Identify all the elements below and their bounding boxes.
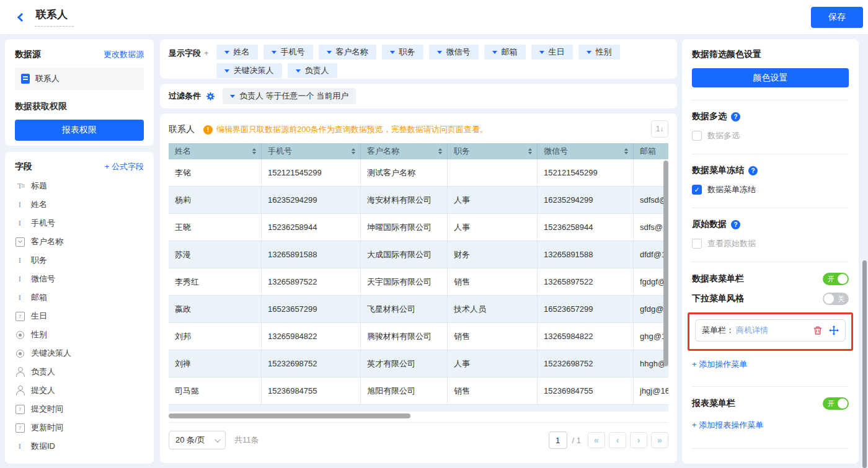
display-fields-label-text: 显示字段 — [169, 48, 201, 58]
cell-name: 苏漫 — [169, 241, 262, 268]
cell-name: 刘邦 — [169, 323, 262, 350]
help-icon[interactable]: ? — [731, 220, 740, 229]
column-label: 微信号 — [544, 146, 568, 157]
field-item[interactable]: 邮箱 — [15, 288, 144, 307]
table-vertical-scrollbar[interactable] — [663, 161, 668, 366]
cell-name: 王晓 — [169, 214, 262, 241]
sort-arrows-icon[interactable] — [438, 148, 442, 154]
cell-job: 人事 — [448, 350, 538, 377]
report-menu-toggle[interactable]: 开 — [823, 397, 849, 410]
column-header[interactable]: 邮箱 — [634, 143, 668, 159]
cell-customer: 大成国际有限公司 — [361, 241, 448, 268]
field-item[interactable]: 手机号 — [15, 214, 144, 232]
field-item[interactable]: 更新时间 — [15, 418, 144, 437]
add-action-menu-link[interactable]: + 添加操作菜单 — [692, 359, 747, 370]
page-vertical-scrollbar[interactable] — [862, 260, 867, 468]
display-field-chip[interactable]: 生日 — [531, 45, 573, 60]
field-item[interactable]: 姓名 — [15, 195, 144, 214]
divider — [692, 386, 849, 387]
menu-item-row[interactable]: 菜单栏： 商机详情 — [695, 319, 846, 342]
cell-phone: 152121545299 — [262, 159, 361, 186]
page-number-input[interactable]: 1 — [549, 431, 567, 449]
field-label: 标题 — [31, 180, 47, 192]
multi-select-checkbox[interactable] — [692, 131, 702, 141]
move-icon[interactable] — [829, 325, 839, 335]
sort-arrows-icon[interactable] — [352, 148, 355, 154]
next-page-button[interactable]: › — [630, 432, 647, 448]
table-row: 刘禅 15232698752 英才有限公司 人事 15232698752 hhg… — [169, 350, 668, 377]
field-item[interactable]: 微信号 — [15, 270, 144, 288]
column-header[interactable]: 手机号 — [262, 143, 361, 159]
caret-down-icon — [327, 51, 332, 54]
display-field-chip[interactable]: 性别 — [578, 45, 620, 60]
cell-customer: 旭阳有限公司 — [361, 377, 448, 404]
display-field-chip[interactable]: 负责人 — [288, 63, 337, 78]
raw-data-title: 原始数据 — [692, 219, 727, 230]
prev-page-button[interactable]: ‹ — [609, 432, 626, 448]
user-icon — [15, 367, 25, 377]
report-permission-button[interactable]: 报表权限 — [15, 120, 144, 141]
column-header[interactable]: 客户名称 — [361, 143, 448, 159]
filter-label: 过滤条件 — [169, 91, 201, 102]
raw-data-checkbox[interactable] — [692, 239, 702, 249]
field-label: 性别 — [31, 329, 47, 340]
field-item[interactable]: 关键决策人 — [15, 344, 144, 363]
dropdown-style-toggle[interactable]: 关 — [823, 293, 849, 305]
display-field-chip[interactable]: 职务 — [382, 45, 423, 60]
add-display-field-button[interactable]: + — [204, 48, 209, 58]
field-item[interactable]: 标题 — [15, 177, 144, 195]
table-menu-toggle[interactable]: 开 — [823, 273, 849, 285]
field-item[interactable]: 提交人 — [15, 381, 144, 400]
change-datasource-link[interactable]: 更改数据源 — [104, 49, 144, 60]
dropdown-style-label: 下拉菜单风格 — [692, 293, 744, 304]
menu-freeze-checkbox[interactable]: ✓ — [692, 185, 702, 195]
last-page-button[interactable]: » — [651, 432, 668, 448]
menu-item-value-input[interactable]: 商机详情 — [736, 325, 813, 336]
display-field-chip[interactable]: 邮箱 — [484, 45, 526, 60]
help-icon[interactable]: ? — [731, 112, 740, 121]
sort-arrows-icon[interactable] — [624, 148, 628, 154]
table-menu-title: 数据表菜单栏 — [692, 273, 744, 285]
color-settings-button[interactable]: 颜色设置 — [692, 68, 849, 87]
toggle-on-label: 开 — [828, 399, 835, 408]
table-horizontal-scrollbar[interactable] — [169, 413, 410, 418]
add-formula-field-link[interactable]: + 公式字段 — [105, 161, 144, 172]
divider — [692, 208, 849, 208]
display-field-chip[interactable]: 微信号 — [429, 45, 479, 60]
divider — [692, 154, 849, 154]
column-header[interactable]: 姓名 — [169, 143, 262, 159]
field-item[interactable]: 客户名称 — [15, 232, 144, 251]
display-field-chip[interactable]: 客户名称 — [319, 45, 376, 60]
save-button[interactable]: 保存 — [811, 7, 863, 28]
field-item[interactable]: 负责人 — [15, 363, 144, 381]
sort-order-button[interactable]: 1↓ — [651, 120, 668, 138]
sort-arrows-icon[interactable] — [252, 148, 256, 154]
display-field-chip[interactable]: 关键决策人 — [216, 63, 282, 78]
cell-job: 销售 — [448, 323, 538, 350]
field-item[interactable]: 数据ID — [15, 437, 144, 456]
field-item[interactable]: 生日 — [15, 307, 144, 325]
column-header[interactable]: 微信号 — [538, 143, 634, 159]
page-size-select[interactable]: 20 条/页 — [169, 431, 226, 449]
display-field-chip[interactable]: 姓名 — [216, 45, 258, 60]
field-item[interactable]: 提交时间 — [15, 400, 144, 418]
table-row: 刘邦 13265984822 腾骏材料有限公司 销售 13265984822 g… — [169, 323, 668, 350]
help-icon[interactable]: ? — [748, 166, 758, 175]
column-header[interactable]: 职务 — [448, 143, 538, 159]
field-item[interactable]: 性别 — [15, 325, 144, 344]
field-label: 邮箱 — [31, 292, 47, 303]
first-page-button[interactable]: « — [588, 432, 605, 448]
total-count: 共11条 — [234, 435, 259, 446]
cell-customer: 英才有限公司 — [361, 350, 448, 377]
sort-arrows-icon[interactable] — [528, 148, 532, 154]
topbar: 联系人 保存 — [0, 0, 868, 35]
gear-icon[interactable] — [206, 92, 215, 101]
back-icon[interactable] — [17, 12, 26, 21]
field-item[interactable]: 职务 — [15, 251, 144, 270]
field-label: 手机号 — [31, 218, 55, 229]
add-report-action-link[interactable]: + 添加报表操作菜单 — [692, 420, 763, 431]
chip-label: 姓名 — [234, 46, 250, 58]
trash-icon[interactable] — [813, 325, 823, 335]
display-field-chip[interactable]: 手机号 — [264, 45, 313, 60]
filter-condition-chip[interactable]: 负责人 等于任意一个 当前用户 — [223, 88, 356, 104]
